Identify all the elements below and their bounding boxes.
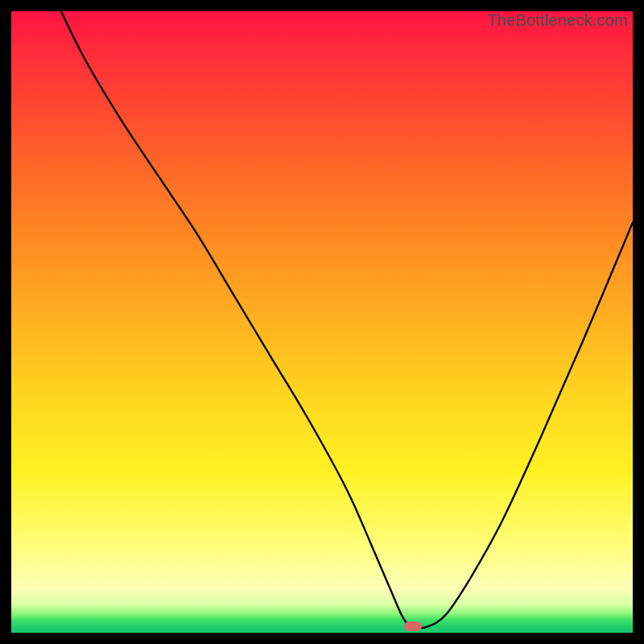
chart-frame: TheBottleneck.com (0, 0, 644, 644)
optimal-point-marker (404, 621, 422, 631)
chart-plot-area: TheBottleneck.com (11, 11, 633, 633)
attribution-label: TheBottleneck.com (487, 11, 628, 30)
bottleneck-curve (11, 11, 633, 633)
